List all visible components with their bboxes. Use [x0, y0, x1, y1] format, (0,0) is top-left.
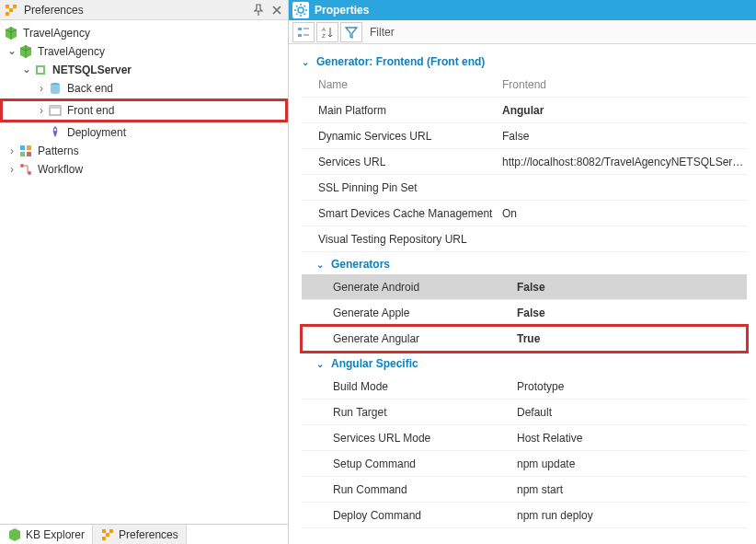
table-row[interactable]: Visual Testing Repository URL [302, 226, 747, 252]
prop-key: Visual Testing Repository URL [316, 233, 500, 246]
collapse-icon[interactable] [35, 82, 48, 95]
prop-val[interactable]: Default [515, 406, 747, 419]
tree-backend[interactable]: Back end [0, 79, 288, 98]
table-row[interactable]: Run TargetDefault [302, 399, 747, 425]
prop-val[interactable]: Host Relative [515, 432, 747, 445]
table-row[interactable]: Run Commandnpm start [302, 477, 747, 503]
alphabetical-button[interactable]: AZ [316, 22, 338, 42]
svg-rect-18 [102, 537, 106, 540]
preferences-panel: Preferences TravelAgency TravelAgency [0, 0, 289, 544]
table-row[interactable]: Generate AndroidFalse [302, 274, 747, 300]
cube-icon [4, 26, 18, 41]
properties-grid[interactable]: ⌄ Generator: Frontend (Front end) Name F… [289, 44, 756, 544]
prop-key: Generate Android [331, 281, 515, 294]
tree-agency-label: TravelAgency [35, 44, 108, 59]
tab-kb-explorer[interactable]: KB Explorer [0, 525, 93, 544]
environment-icon [33, 63, 48, 77]
prop-val[interactable]: True [515, 332, 747, 345]
chevron-down-icon: ⌄ [316, 260, 327, 270]
collapse-icon[interactable] [6, 145, 18, 157]
collapse-icon[interactable] [6, 163, 18, 176]
tree-deployment[interactable]: Deployment [0, 123, 288, 142]
table-row[interactable]: Smart Devices Cache ManagementOn [302, 201, 747, 226]
table-row[interactable]: Main PlatformAngular [302, 98, 747, 123]
group-generator-title: Generator: Frontend (Front end) [316, 55, 485, 68]
group-generators-title: Generators [331, 258, 390, 271]
svg-point-14 [20, 164, 24, 168]
group-generator[interactable]: ⌄ Generator: Frontend (Front end) [302, 50, 747, 72]
tab-preferences[interactable]: Preferences [93, 525, 187, 544]
tree-server[interactable]: NETSQLServer [0, 61, 288, 79]
prop-key: Generate Apple [331, 307, 515, 319]
tree-workflow[interactable]: Workflow [0, 160, 288, 179]
prop-key: Run Command [331, 483, 515, 496]
table-row[interactable]: SSL Pinning Pin Set [302, 175, 747, 201]
prop-key: Deploy Command [331, 509, 515, 522]
table-row[interactable]: Services URL ModeHost Relative [302, 425, 747, 451]
prop-val[interactable]: npm run deploy [515, 509, 747, 522]
group-generators[interactable]: ⌄ Generators [302, 252, 747, 274]
pin-icon[interactable] [251, 3, 266, 17]
prop-val[interactable]: False [515, 307, 747, 319]
svg-rect-12 [20, 152, 25, 156]
preferences-icon [4, 3, 18, 17]
svg-rect-11 [27, 145, 31, 150]
prop-val[interactable]: Angular [500, 104, 747, 117]
tree-agency[interactable]: TravelAgency [0, 42, 288, 61]
svg-rect-17 [109, 529, 113, 533]
properties-title: Properties [315, 4, 369, 17]
prop-val[interactable]: On [500, 207, 747, 220]
prop-val[interactable]: http://localhost:8082/TravelAgencyNETSQL… [500, 156, 747, 168]
expand-icon[interactable] [6, 45, 18, 58]
tree-root[interactable]: TravelAgency [0, 24, 288, 42]
prop-key: Build Mode [331, 380, 515, 393]
collapse-icon[interactable] [35, 104, 48, 117]
preferences-icon [100, 527, 115, 542]
svg-rect-3 [9, 8, 13, 12]
svg-point-20 [298, 7, 304, 13]
tree-server-label: NETSQLServer [50, 63, 134, 77]
svg-point-9 [54, 129, 56, 131]
bottom-tabs: KB Explorer Preferences [0, 524, 288, 544]
table-row[interactable]: Services URLhttp://localhost:8082/Travel… [302, 149, 747, 175]
prop-key: Main Platform [316, 104, 500, 117]
filter-button[interactable] [340, 22, 362, 42]
tree-frontend[interactable]: Front end [3, 101, 285, 120]
chevron-down-icon: ⌄ [316, 359, 327, 369]
table-row[interactable]: Generate AngularTrue [302, 326, 747, 352]
svg-rect-0 [6, 5, 9, 8]
table-row: Name Frontend [302, 72, 747, 98]
svg-rect-13 [27, 152, 31, 156]
preferences-title: Preferences [22, 4, 247, 17]
categorize-button[interactable] [292, 22, 315, 42]
col-value-header: Frontend [500, 78, 747, 91]
table-row[interactable]: Setup Commandnpm update [302, 451, 747, 477]
svg-rect-8 [50, 106, 61, 109]
prop-val[interactable]: Prototype [515, 380, 747, 393]
tab-preferences-label: Preferences [119, 528, 178, 541]
tree-frontend-label: Front end [64, 103, 117, 118]
prop-val[interactable]: npm start [515, 483, 747, 496]
window-icon [48, 103, 63, 118]
svg-point-15 [28, 171, 31, 175]
prop-val[interactable]: False [515, 281, 747, 294]
preferences-tree[interactable]: TravelAgency TravelAgency NETSQLServer B… [0, 20, 288, 524]
table-row[interactable]: Build ModePrototype [302, 374, 747, 399]
table-row[interactable]: Generate AppleFalse [302, 300, 747, 326]
group-angular-title: Angular Specific [331, 357, 418, 370]
close-icon[interactable] [269, 3, 284, 17]
svg-text:Z: Z [322, 33, 326, 39]
table-row[interactable]: Deploy Commandnpm run deploy [302, 503, 747, 528]
preferences-header: Preferences [0, 0, 288, 20]
expand-icon[interactable] [20, 64, 33, 76]
prop-key: SSL Pinning Pin Set [316, 181, 500, 194]
prop-key: Services URL Mode [331, 432, 515, 445]
tree-patterns[interactable]: Patterns [0, 142, 288, 160]
filter-label: Filter [364, 26, 400, 39]
prop-val[interactable]: npm update [515, 457, 747, 470]
table-row[interactable]: Dynamic Services URLFalse [302, 123, 747, 149]
tab-kb-explorer-label: KB Explorer [26, 528, 85, 541]
datastore-icon [48, 81, 63, 96]
prop-val[interactable]: False [500, 130, 747, 143]
group-angular[interactable]: ⌄ Angular Specific [302, 352, 747, 374]
